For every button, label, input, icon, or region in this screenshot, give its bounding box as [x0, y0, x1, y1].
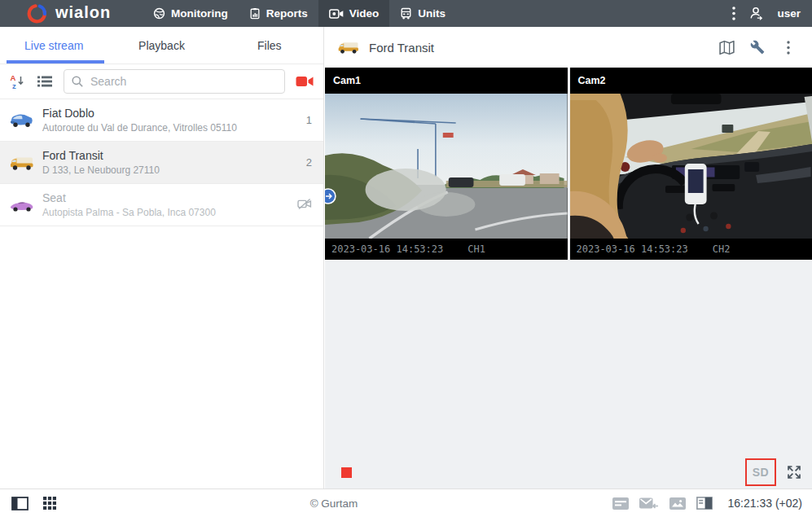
nav-item-units[interactable]: Units — [389, 0, 456, 27]
grid-view-icon[interactable] — [42, 496, 57, 510]
unit-row-seat[interactable]: Seat Autopista Palma - Sa Pobla, Inca 07… — [0, 184, 323, 226]
footer-right-icons: 16:21:33 (+02) — [612, 497, 812, 510]
timestamp: 2023-03-16 14:53:23 — [331, 243, 443, 255]
nav-label: Units — [418, 7, 446, 20]
nav-label: Reports — [266, 7, 308, 20]
yellow-truck-icon — [336, 39, 361, 55]
controls-right: SD — [745, 458, 802, 486]
units-sidebar: Live stream Playback Files Az — [0, 27, 324, 489]
kebab-menu-icon[interactable] — [776, 35, 801, 59]
channel-label: CH1 — [467, 243, 485, 255]
footer-left-icons — [0, 496, 57, 510]
header-actions — [714, 35, 801, 59]
unit-address: D 133, Le Neubourg 27110 — [42, 164, 306, 176]
svg-text:z: z — [12, 81, 16, 90]
username-label[interactable]: user — [777, 7, 801, 20]
tab-label: Files — [257, 39, 282, 52]
wrench-icon[interactable] — [745, 35, 770, 59]
yellow-truck-icon — [7, 154, 37, 172]
wialon-app: wialon Monitoring Reports Video — [0, 0, 812, 517]
bottom-status-bar: © Gurtam 16:21:33 (+02) — [0, 489, 812, 517]
unit-row-ford-transit[interactable]: Ford Transit D 133, Le Neubourg 27110 2 — [0, 142, 323, 184]
clock-label: 16:21:33 (+02) — [728, 497, 802, 510]
nav-item-monitoring[interactable]: Monitoring — [143, 0, 239, 27]
video-main-panel: Ford Transit Cam1 — [325, 27, 812, 489]
camera-panel-cam2[interactable]: Cam2 — [570, 68, 812, 260]
cam1-timestamp-bar: 2023-03-16 14:53:23CH1 — [325, 239, 568, 260]
quality-sd-button[interactable]: SD — [745, 458, 776, 486]
unit-info: Seat Autopista Palma - Sa Pobla, Inca 07… — [42, 191, 297, 218]
unit-info: Fiat Doblo Autoroute du Val de Durance, … — [42, 107, 306, 134]
main-menu: Monitoring Reports Video Units — [143, 0, 456, 27]
map-icon[interactable] — [714, 35, 739, 59]
sidebar-toolbar: Az — [0, 64, 323, 99]
tab-live-stream[interactable]: Live stream — [0, 27, 108, 64]
camera-label: Cam2 — [570, 68, 812, 94]
stop-square-icon[interactable] — [341, 467, 352, 478]
sort-az-icon[interactable]: Az — [10, 73, 26, 90]
blue-van-icon — [7, 112, 37, 129]
unit-row-fiat-doblo[interactable]: Fiat Doblo Autoroute du Val de Durance, … — [0, 99, 323, 142]
unit-address: Autoroute du Val de Durance, Vitrolles 0… — [42, 122, 306, 134]
camera-count: 2 — [306, 156, 312, 169]
tab-label: Playback — [138, 39, 185, 52]
user-icon[interactable] — [748, 6, 764, 21]
unit-info: Ford Transit D 133, Le Neubourg 27110 — [42, 149, 306, 176]
cam2-timestamp-bar: 2023-03-16 14:53:23CH2 — [570, 239, 812, 260]
camera-panel-cam1[interactable]: Cam1 — [325, 68, 568, 260]
purple-car-icon — [7, 196, 37, 214]
unit-name: Fiat Doblo — [42, 107, 306, 120]
tab-label: Live stream — [24, 39, 83, 52]
unit-address: Autopista Palma - Sa Pobla, Inca 07300 — [42, 207, 297, 218]
video-grid: Cam1 — [325, 68, 812, 260]
video-filter-icon[interactable] — [296, 76, 314, 87]
search-box — [64, 69, 285, 94]
unit-name: Seat — [42, 191, 297, 204]
panel-toggle-icon[interactable] — [11, 497, 29, 510]
video-camera-icon — [329, 8, 344, 20]
mail-in-icon[interactable] — [639, 497, 659, 510]
list-view-icon[interactable] — [37, 75, 53, 88]
wialon-brand[interactable]: wialon — [0, 3, 143, 24]
fullscreen-arrows-icon[interactable] — [786, 464, 802, 480]
notices-icon[interactable] — [612, 497, 629, 510]
tab-files[interactable]: Files — [216, 27, 323, 64]
top-navbar: wialon Monitoring Reports Video — [0, 0, 812, 27]
camera-count: 1 — [306, 114, 312, 126]
timestamp: 2023-03-16 14:53:23 — [577, 243, 688, 255]
cam2-video-frame[interactable] — [570, 94, 812, 239]
nav-item-reports[interactable]: Reports — [239, 0, 318, 27]
navbar-right: user — [732, 6, 812, 21]
main-header: Ford Transit — [325, 27, 812, 68]
stream-tabs: Live stream Playback Files — [0, 27, 323, 64]
selected-unit-title: Ford Transit — [369, 41, 434, 55]
channel-label: CH2 — [713, 243, 731, 255]
unit-name: Ford Transit — [42, 149, 306, 162]
log-panel-icon[interactable] — [696, 497, 713, 510]
videocam-off-icon — [297, 198, 312, 212]
clipboard-chart-icon — [249, 7, 261, 20]
wialon-logo-icon — [27, 3, 47, 24]
video-controls-bar: SD — [325, 456, 812, 489]
gallery-icon[interactable] — [669, 497, 686, 510]
nav-label: Video — [349, 7, 380, 20]
copyright-label: © Gurtam — [310, 497, 358, 510]
bus-icon — [400, 7, 412, 20]
globe-icon — [153, 7, 165, 20]
kebab-menu-icon[interactable] — [732, 7, 735, 20]
search-input[interactable] — [64, 69, 285, 94]
nav-item-video[interactable]: Video — [318, 0, 390, 27]
tab-playback[interactable]: Playback — [108, 27, 215, 64]
nav-label: Monitoring — [171, 7, 228, 20]
brand-name: wialon — [55, 3, 111, 22]
cam1-video-frame[interactable] — [325, 94, 568, 239]
camera-label: Cam1 — [325, 68, 568, 94]
